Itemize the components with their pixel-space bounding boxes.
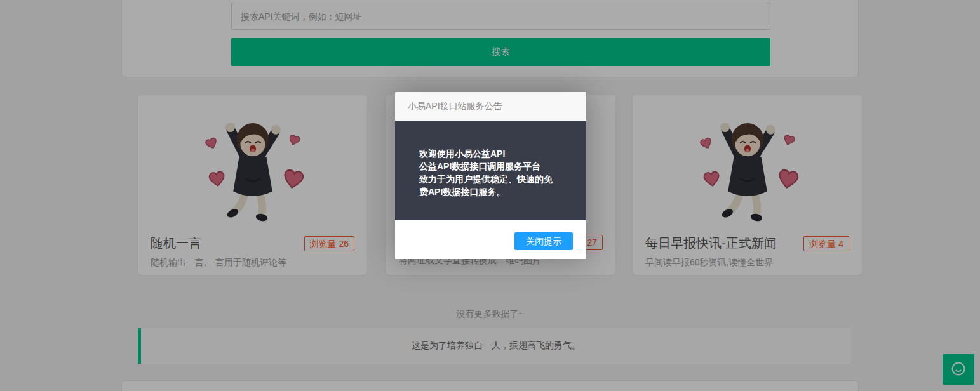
modal-body-line: 公益API数据接口调用服务平台 xyxy=(419,160,567,173)
modal-footer: 关闭提示 xyxy=(395,220,586,259)
modal-body-line: 费API数据接口服务。 xyxy=(419,185,567,198)
modal-body: 欢迎使用小易公益API 公益API数据接口调用服务平台 致力于为用户提供稳定、快… xyxy=(395,121,586,220)
modal-body-line: 欢迎使用小易公益API xyxy=(419,147,567,160)
modal-title: 小易API接口站服务公告 xyxy=(395,92,586,121)
modal-body-line: 致力于为用户提供稳定、快速的免 xyxy=(419,173,567,185)
close-notice-button[interactable]: 关闭提示 xyxy=(514,232,573,250)
announcement-modal: 小易API接口站服务公告 欢迎使用小易公益API 公益API数据接口调用服务平台… xyxy=(395,92,586,259)
